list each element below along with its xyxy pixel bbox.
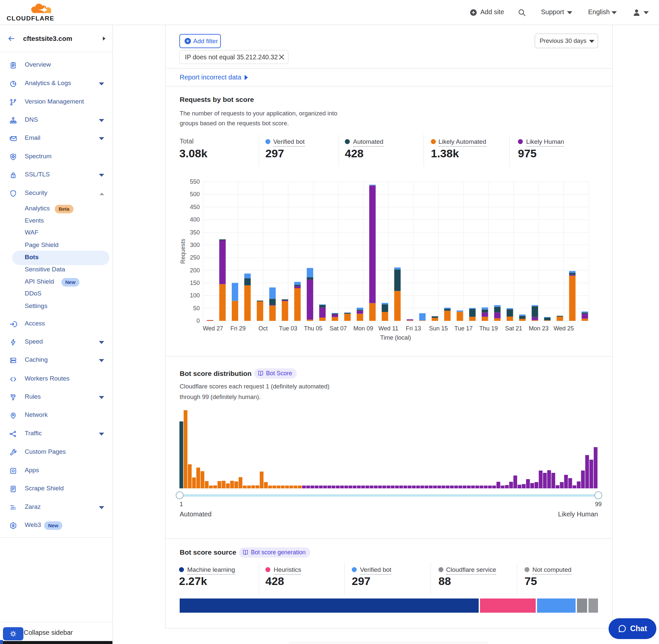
svg-text:Tue 03: Tue 03 <box>279 325 297 332</box>
svg-text:Thu 05: Thu 05 <box>304 325 323 332</box>
svg-text:Thu 19: Thu 19 <box>479 325 498 332</box>
svg-text:450: 450 <box>190 204 200 210</box>
svg-text:250: 250 <box>190 254 200 261</box>
svg-text:Mon 09: Mon 09 <box>353 325 373 332</box>
svg-text:50: 50 <box>193 305 200 312</box>
svg-text:Tue 17: Tue 17 <box>454 325 472 332</box>
svg-text:500: 500 <box>190 191 200 198</box>
svg-text:Sun 15: Sun 15 <box>429 325 448 332</box>
svg-text:Wed 25: Wed 25 <box>554 325 574 332</box>
svg-text:Sat 07: Sat 07 <box>330 325 347 332</box>
svg-text:100: 100 <box>190 292 200 299</box>
svg-text:Wed 11: Wed 11 <box>378 325 398 332</box>
svg-text:Fri 13: Fri 13 <box>406 325 421 332</box>
svg-text:400: 400 <box>190 216 200 223</box>
svg-text:Oct: Oct <box>258 325 268 332</box>
svg-text:Mon 23: Mon 23 <box>529 325 548 332</box>
svg-text:Wed 27: Wed 27 <box>203 325 223 332</box>
svg-text:Fri 29: Fri 29 <box>231 325 245 332</box>
svg-text:0: 0 <box>196 318 200 324</box>
svg-text:300: 300 <box>190 242 200 248</box>
svg-text:Time (local): Time (local) <box>380 335 411 341</box>
svg-text:150: 150 <box>190 280 200 286</box>
svg-text:Sat 21: Sat 21 <box>505 325 522 332</box>
svg-text:350: 350 <box>190 229 200 236</box>
svg-text:Requests: Requests <box>180 239 186 264</box>
svg-text:200: 200 <box>190 267 200 274</box>
svg-text:550: 550 <box>190 178 200 185</box>
